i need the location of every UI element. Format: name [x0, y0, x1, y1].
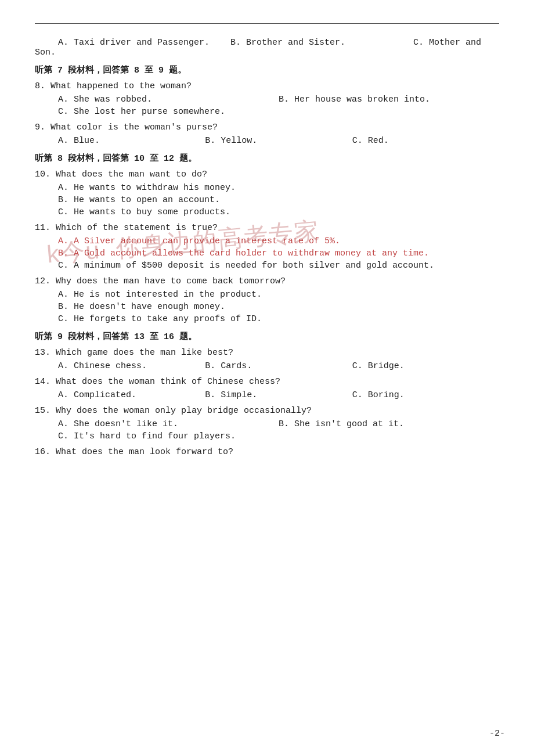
- q14-option-b: B. Simple.: [205, 390, 352, 400]
- q13-option-b: B. Cards.: [205, 361, 352, 371]
- q14-text: 14. What does the woman think of Chinese…: [35, 377, 499, 387]
- q8-option-b: B. Her house was broken into.: [279, 95, 499, 105]
- q11-option-c: C. A minimum of $500 deposit is needed f…: [35, 261, 499, 271]
- q10-option-b: B. He wants to open an account.: [35, 195, 499, 205]
- q13-option-c: C. Bridge.: [352, 361, 499, 371]
- question-16: 16. What does the man look forward to?: [35, 447, 499, 457]
- q13-options: A. Chinese chess. B. Cards. C. Bridge.: [35, 361, 499, 371]
- q15-option-c: C. It's hard to find four players.: [35, 431, 499, 441]
- q15-text: 15. Why does the woman only play bridge …: [35, 406, 499, 416]
- q11-option-b: B. A Gold account allows the card holder…: [35, 249, 499, 258]
- q9-text: 9. What color is the woman's purse?: [35, 123, 499, 132]
- q12-option-c: C. He forgets to take any proofs of ID.: [35, 314, 499, 324]
- q12-option-a: A. He is not interested in the product.: [35, 290, 499, 300]
- q7-option-c-cont: Son.: [35, 48, 499, 57]
- q11-text: 11. Which of the statement is true?: [35, 223, 499, 233]
- q14-option-c: C. Boring.: [352, 390, 499, 400]
- q8-text: 8. What happened to the woman?: [35, 81, 499, 91]
- instruction-section8: 听第 8 段材料，回答第 10 至 12 题。: [35, 153, 499, 164]
- page-number: -2-: [489, 729, 505, 739]
- q10-text: 10. What does the man want to do?: [35, 170, 499, 179]
- q8-option-c: C. She lost her purse somewhere.: [35, 107, 499, 117]
- instruction-section7: 听第 7 段材料，回答第 8 至 9 题。: [35, 64, 499, 75]
- q9-option-b: B. Yellow.: [205, 136, 352, 146]
- q8-option-a: A. She was robbed.: [58, 95, 279, 105]
- q12-text: 12. Why does the man have to come back t…: [35, 276, 499, 286]
- q13-text: 13. Which game does the man like best?: [35, 348, 499, 358]
- q15-options-row1: A. She doesn't like it. B. She isn't goo…: [35, 419, 499, 429]
- q10-option-a: A. He wants to withdraw his money.: [35, 183, 499, 193]
- question-8: 8. What happened to the woman? A. She wa…: [35, 81, 499, 117]
- q14-options: A. Complicated. B. Simple. C. Boring.: [35, 390, 499, 400]
- question-9: 9. What color is the woman's purse? A. B…: [35, 123, 499, 146]
- q12-option-b: B. He doesn't have enough money.: [35, 302, 499, 312]
- q13-option-a: A. Chinese chess.: [58, 361, 205, 371]
- q8-options: A. She was robbed. B. Her house was brok…: [35, 95, 499, 105]
- question-10: 10. What does the man want to do? A. He …: [35, 170, 499, 217]
- q15-option-a: A. She doesn't like it.: [58, 419, 279, 429]
- q10-option-c: C. He wants to buy some products.: [35, 207, 499, 217]
- q9-options: A. Blue. B. Yellow. C. Red.: [35, 136, 499, 146]
- instruction-section9: 听第 9 段材料，回答第 13 至 16 题。: [35, 331, 499, 342]
- q14-option-a: A. Complicated.: [58, 390, 205, 400]
- question-12: 12. Why does the man have to come back t…: [35, 276, 499, 324]
- q9-option-a: A. Blue.: [58, 136, 205, 146]
- q7-option-a: A. Taxi driver and Passenger. B. Brother…: [58, 38, 481, 48]
- question-13: 13. Which game does the man like best? A…: [35, 348, 499, 371]
- question-14: 14. What does the woman think of Chinese…: [35, 377, 499, 400]
- q15-option-b: B. She isn't good at it.: [279, 419, 499, 429]
- top-divider: [35, 23, 499, 24]
- q7-options-row: A. Taxi driver and Passenger. B. Brother…: [35, 38, 499, 48]
- q16-text: 16. What does the man look forward to?: [35, 447, 499, 457]
- question-11: 11. Which of the statement is true? A. A…: [35, 223, 499, 271]
- q9-option-c: C. Red.: [352, 136, 499, 146]
- q11-option-a: A. A Silver account can provide a intere…: [35, 236, 499, 246]
- question-15: 15. Why does the woman only play bridge …: [35, 406, 499, 441]
